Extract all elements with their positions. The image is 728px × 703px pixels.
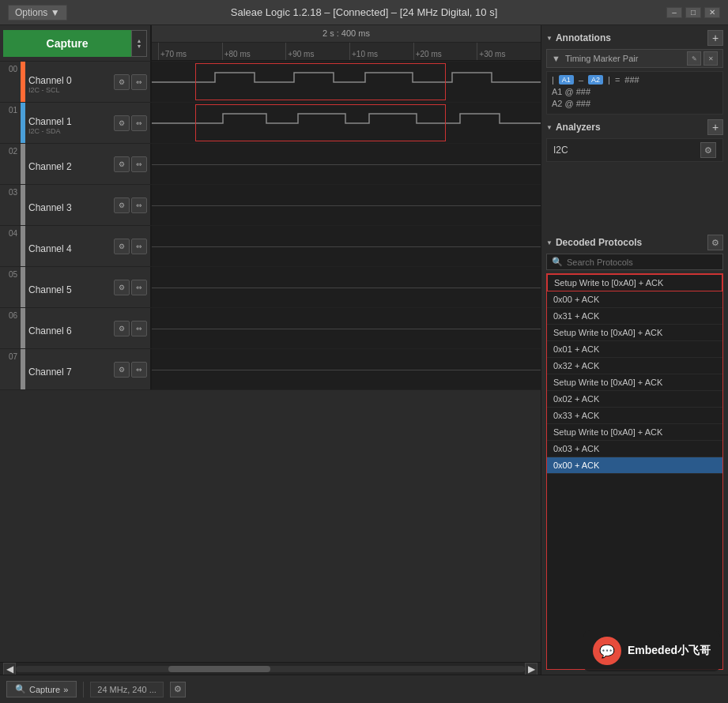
channel-icons-7: ⚙ ⇔ <box>114 362 150 378</box>
analyzer-settings-button[interactable]: ⚙ <box>700 142 716 158</box>
annotation-dash: – <box>579 75 583 85</box>
scroll-left-btn[interactable]: ◀ <box>3 663 16 675</box>
filter-delete-btn[interactable]: ✕ <box>703 51 718 66</box>
channel-settings-btn-1[interactable]: ⚙ <box>114 115 130 131</box>
protocol-item[interactable]: Setup Write to [0xA0] + ACK <box>547 325 722 341</box>
channel-zoom-btn-0[interactable]: ⇔ <box>131 74 147 90</box>
waveform-highlight-1 <box>195 104 446 141</box>
annotation-a2-badge: A2 <box>588 75 603 85</box>
channel-waveform-4[interactable] <box>152 226 541 266</box>
analyzers-section: ▼ Analyzers + I2C ⚙ <box>546 119 723 162</box>
left-panel: Capture ▲ ▼ 2 s : 400 ms +70 ms +80 ms +… <box>0 25 541 675</box>
channel-zoom-btn-2[interactable]: ⇔ <box>131 156 147 172</box>
protocol-item[interactable]: 0x00 + ACK <box>547 291 722 308</box>
channel-row-6: 06 Channel 6 ⚙ ⇔ <box>0 308 541 349</box>
channel-name-3: Channel 3 <box>28 202 111 213</box>
main-area: Capture ▲ ▼ 2 s : 400 ms +70 ms +80 ms +… <box>0 25 728 675</box>
maximize-button[interactable]: □ <box>685 7 701 18</box>
channel-zoom-btn-7[interactable]: ⇔ <box>131 362 147 378</box>
bottom-settings-button[interactable]: ⚙ <box>170 682 186 697</box>
channel-row-5: 05 Channel 5 ⚙ ⇔ <box>0 267 541 308</box>
channel-label-7: 07 Channel 7 ⚙ ⇔ <box>0 349 152 389</box>
timeline-ruler[interactable]: +70 ms +80 ms +90 ms +10 ms +20 ms +30 m… <box>152 43 541 61</box>
options-button[interactable]: Options ▼ <box>8 5 67 21</box>
channel-settings-btn-5[interactable]: ⚙ <box>114 280 130 295</box>
capture-button[interactable]: 🔍 Capture » <box>6 681 77 697</box>
channel-zoom-btn-1[interactable]: ⇔ <box>131 115 147 131</box>
spacer <box>546 167 723 230</box>
decoded-protocols-title: ▼ Decoded Protocols <box>546 237 642 248</box>
channel-settings-btn-0[interactable]: ⚙ <box>114 74 130 90</box>
add-annotation-button[interactable]: + <box>707 30 723 46</box>
protocol-item[interactable]: 0x01 + ACK <box>547 341 722 358</box>
protocol-item[interactable]: 0x33 + ACK <box>547 408 722 424</box>
channel-name-7: Channel 7 <box>28 367 111 378</box>
decoded-protocols-section: ▼ Decoded Protocols ⚙ 🔍 Setup Write to [… <box>546 235 723 670</box>
scroll-area[interactable]: ◀ ▶ <box>0 662 541 675</box>
protocol-item[interactable]: Setup Write to [0xA0] + ACK <box>547 274 722 291</box>
channel-settings-btn-7[interactable]: ⚙ <box>114 362 130 378</box>
channel-color-bar-1 <box>21 103 25 143</box>
filter-edit-btn[interactable]: ✎ <box>687 51 701 66</box>
channel-number-2: 02 <box>3 144 17 156</box>
channel-label-4: 04 Channel 4 ⚙ ⇔ <box>0 226 152 266</box>
channel-row-7: 07 Channel 7 ⚙ ⇔ <box>0 349 541 390</box>
add-analyzer-button[interactable]: + <box>707 119 723 135</box>
channel-zoom-btn-5[interactable]: ⇔ <box>131 280 147 295</box>
protocol-item[interactable]: Setup Write to [0xA0] + ACK <box>547 424 722 441</box>
search-box[interactable]: 🔍 <box>546 254 723 270</box>
search-input[interactable] <box>567 258 718 267</box>
ruler-mark-4: +20 ms <box>413 43 477 60</box>
close-button[interactable]: ✕ <box>704 7 720 18</box>
minimize-button[interactable]: – <box>666 7 682 18</box>
filter-dropdown-label[interactable]: Timing Marker Pair <box>565 54 682 63</box>
channel-waveform-1[interactable] <box>152 103 541 143</box>
channel-waveform-7[interactable] <box>152 349 541 389</box>
ruler-mark-3: +10 ms <box>349 43 413 60</box>
channel-row-3: 03 Channel 3 ⚙ ⇔ <box>0 185 541 226</box>
protocol-item[interactable]: 0x31 + ACK <box>547 308 722 325</box>
protocol-item[interactable]: Setup Write to [0xA0] + ACK <box>547 374 722 391</box>
channel-color-bar-4 <box>21 226 25 266</box>
channel-zoom-btn-6[interactable]: ⇔ <box>131 321 147 336</box>
scroll-thumb[interactable] <box>168 666 270 672</box>
protocol-item[interactable]: 0x00 + ACK <box>547 457 722 474</box>
protocol-item[interactable]: 0x32 + ACK <box>547 358 722 374</box>
channel-waveform-2[interactable] <box>152 144 541 184</box>
scroll-right-btn[interactable]: ▶ <box>525 663 538 675</box>
annotation-filter[interactable]: ▼ Timing Marker Pair ✎ ✕ <box>546 49 723 68</box>
channel-waveform-6[interactable] <box>152 308 541 348</box>
channel-icons-0: ⚙ ⇔ <box>114 74 150 90</box>
scroll-track[interactable] <box>16 666 525 672</box>
capture-arrow: » <box>63 685 68 694</box>
channel-zoom-btn-3[interactable]: ⇔ <box>131 197 147 213</box>
decoded-triangle-icon: ▼ <box>546 239 553 246</box>
analyzer-item-i2c: I2C ⚙ <box>546 138 723 162</box>
channel-settings-btn-3[interactable]: ⚙ <box>114 197 130 213</box>
channel-label-2: 02 Channel 2 ⚙ ⇔ <box>0 144 152 184</box>
channel-waveform-0[interactable] <box>152 62 541 102</box>
timeline-ruler-area: 2 s : 400 ms +70 ms +80 ms +90 ms +10 ms… <box>152 25 541 61</box>
channel-waveform-3[interactable] <box>152 185 541 225</box>
protocol-item[interactable]: 0x03 + ACK <box>547 441 722 457</box>
waveform-line-3 <box>152 205 541 206</box>
channel-settings-btn-6[interactable]: ⚙ <box>114 321 130 336</box>
channel-settings-btn-2[interactable]: ⚙ <box>114 156 130 172</box>
channel-settings-btn-4[interactable]: ⚙ <box>114 239 130 254</box>
protocol-list[interactable]: Setup Write to [0xA0] + ACK0x00 + ACK0x3… <box>546 273 723 670</box>
arrow-up-icon: ▲ <box>137 38 142 43</box>
annotation-a1-label: A1 @ ### <box>552 87 590 96</box>
channel-waveform-5[interactable] <box>152 267 541 307</box>
start-arrow[interactable]: ▲ ▼ <box>131 30 147 57</box>
channel-color-bar-5 <box>21 267 25 307</box>
protocol-item[interactable]: 0x02 + ACK <box>547 391 722 408</box>
decoded-settings-button[interactable]: ⚙ <box>707 235 723 250</box>
waveform-line-7 <box>152 370 541 370</box>
channel-zoom-btn-4[interactable]: ⇔ <box>131 239 147 254</box>
channel-name-1: Channel 1 <box>28 116 111 127</box>
annotations-header: ▼ Annotations + <box>546 30 723 46</box>
start-button[interactable]: Capture <box>3 30 131 57</box>
annotation-equals: = <box>615 75 620 85</box>
watermark-avatar: 💬 <box>593 637 621 665</box>
timeline-header-row: Capture ▲ ▼ 2 s : 400 ms +70 ms +80 ms +… <box>0 25 541 62</box>
